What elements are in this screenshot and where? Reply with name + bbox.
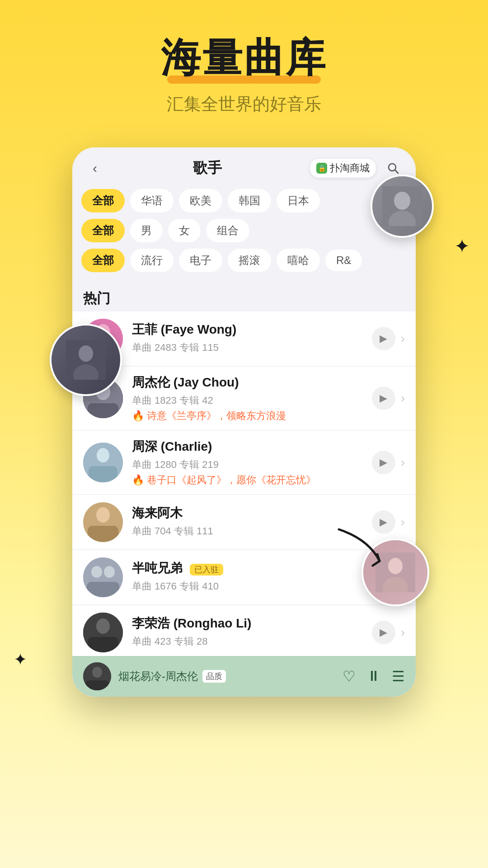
artist-actions-jay-chou: ▶ › [372,387,405,410]
artist-item-jay-chou[interactable]: 周杰伦 (Jay Chou) 单曲 1823 专辑 42 🔥诗意《兰亭序》，领略… [72,367,416,430]
artist-info-li-ronghao: 李荣浩 (Ronghao Li) 单曲 423 专辑 28 [132,615,372,650]
pause-button[interactable]: ⏸ [366,668,381,684]
artist-info-faye-wong: 王菲 (Faye Wong) 单曲 2483 专辑 115 [132,321,372,356]
svg-point-26 [104,566,115,578]
float-artist-1 [371,175,434,238]
filter-region-all[interactable]: 全部 [81,189,125,212]
svg-point-22 [96,507,110,523]
playlist-button[interactable]: ☰ [392,668,405,685]
artist-item-li-ronghao[interactable]: 李荣浩 (Ronghao Li) 单曲 423 专辑 28 ▶ › [72,605,416,660]
filter-genre-hiphop[interactable]: 嘻哈 [277,249,320,272]
store-label: 扑淘商城 [330,161,370,175]
artist-actions-faye-wong: ▶ › [372,327,405,350]
filter-gender-female[interactable]: 女 [168,219,201,242]
svg-point-32 [92,667,102,678]
filter-gender-male[interactable]: 男 [130,219,163,242]
genre-filter-row: 全部 流行 电子 摇滚 嘻哈 R& [81,249,407,272]
artist-meta-charlie: 单曲 1280 专辑 219 [132,458,372,472]
player-title: 烟花易冷-周杰伦 [118,669,198,684]
entered-badge: 已入驻 [190,564,223,576]
arrow-decoration [334,525,389,570]
chevron-li-ronghao[interactable]: › [401,625,405,640]
phone-mockup: ‹ 歌手 🔒 扑淘商城 全部 华语 欧美 [72,147,416,697]
player-controls: ♡ ⏸ ☰ [343,668,405,685]
svg-rect-23 [88,526,118,542]
filter-genre-pop[interactable]: 流行 [130,249,174,272]
artist-info-jay-chou: 周杰伦 (Jay Chou) 单曲 1823 专辑 42 🔥诗意《兰亭序》，领略… [132,374,372,423]
section-title: 热门 [72,282,416,311]
artist-desc-charlie: 🔥巷子口《起风了》，愿你《花开忘忧》 [132,473,372,487]
artist-item-faye-wong[interactable]: 王菲 (Faye Wong) 单曲 2483 专辑 115 ▶ › [72,311,416,366]
header-right: 🔒 扑淘商城 [310,158,403,178]
bottom-player[interactable]: 烟花易冷-周杰伦 品质 ♡ ⏸ ☰ [72,656,416,697]
svg-rect-33 [85,680,109,690]
filter-region-korean[interactable]: 韩国 [228,189,271,212]
like-button[interactable]: ♡ [343,668,356,685]
svg-point-1 [394,192,410,210]
filter-genre-rock[interactable]: 摇滚 [228,249,271,272]
player-avatar [83,662,111,690]
artist-meta-bantun: 单曲 1676 专辑 410 [132,580,372,593]
chevron-faye-wong[interactable]: › [401,331,405,346]
player-quality-badge: 品质 [202,670,226,683]
artist-name-jay-chou: 周杰伦 (Jay Chou) [132,374,372,391]
region-filter-row: 全部 华语 欧美 韩国 日本 [81,189,407,212]
back-button[interactable]: ‹ [85,158,105,178]
artist-actions-charlie: ▶ › [372,451,405,474]
filter-gender-group[interactable]: 组合 [206,219,249,242]
star-decoration-2: ✦ [14,650,27,669]
chevron-charlie[interactable]: › [401,455,405,470]
artist-name-faye-wong: 王菲 (Faye Wong) [132,321,372,338]
avatar-charlie [83,443,123,482]
page-title: 歌手 [193,158,222,178]
filter-section: 全部 华语 欧美 韩国 日本 全部 男 女 组合 全部 流行 电子 摇滚 嘻哈 … [72,185,416,282]
play-button-charlie[interactable]: ▶ [372,451,395,474]
hero-subtitle: 汇集全世界的好音乐 [0,93,488,116]
hero-section: 海量曲库 汇集全世界的好音乐 [0,0,488,134]
float-artist-2 [50,324,122,396]
svg-point-25 [91,566,102,578]
svg-rect-30 [88,637,118,652]
artist-desc-jay-chou: 🔥诗意《兰亭序》，领略东方浪漫 [132,409,372,423]
artist-name-haila: 海来阿木 [132,505,372,522]
artist-name-charlie: 周深 (Charlie) [132,438,372,455]
avatar-haila [83,502,123,542]
chevron-haila[interactable]: › [401,515,405,529]
svg-line-10 [395,170,398,173]
svg-rect-27 [87,582,119,597]
filter-genre-randb[interactable]: R& [325,250,362,271]
avatar-li-ronghao [83,613,123,652]
store-icon: 🔒 [316,163,327,174]
filter-region-chinese[interactable]: 华语 [130,189,174,212]
artist-item-charlie[interactable]: 周深 (Charlie) 单曲 1280 专辑 219 🔥巷子口《起风了》，愿你… [72,431,416,494]
star-decoration-1: ✦ [454,235,470,257]
chevron-jay-chou[interactable]: › [401,391,405,406]
filter-genre-electronic[interactable]: 电子 [179,249,222,272]
svg-point-7 [388,558,403,574]
avatar-bantun [83,557,123,597]
artist-meta-li-ronghao: 单曲 423 专辑 28 [132,635,372,648]
filter-region-japanese[interactable]: 日本 [277,189,320,212]
play-button-li-ronghao[interactable]: ▶ [372,621,395,644]
play-button-jay-chou[interactable]: ▶ [372,387,395,410]
filter-region-western[interactable]: 欧美 [179,189,222,212]
player-info: 烟花易冷-周杰伦 品质 [118,669,343,684]
artist-name-li-ronghao: 李荣浩 (Ronghao Li) [132,615,372,632]
store-button[interactable]: 🔒 扑淘商城 [310,159,376,178]
artist-actions-li-ronghao: ▶ › [372,621,405,644]
filter-genre-all[interactable]: 全部 [81,249,125,272]
artist-meta-jay-chou: 单曲 1823 专辑 42 [132,394,372,407]
app-header: ‹ 歌手 🔒 扑淘商城 [72,147,416,185]
artist-meta-faye-wong: 单曲 2483 专辑 115 [132,341,372,354]
gender-filter-row: 全部 男 女 组合 [81,219,407,242]
artist-info-charlie: 周深 (Charlie) 单曲 1280 专辑 219 🔥巷子口《起风了》，愿你… [132,438,372,487]
hero-title: 海量曲库 [161,36,327,80]
svg-rect-20 [89,466,117,482]
phone-wrapper: ‹ 歌手 🔒 扑淘商城 全部 华语 欧美 [72,147,416,697]
filter-gender-all[interactable]: 全部 [81,219,125,242]
artist-list: 王菲 (Faye Wong) 单曲 2483 专辑 115 ▶ › [72,311,416,697]
svg-point-19 [97,448,109,462]
play-button-faye-wong[interactable]: ▶ [372,327,395,350]
svg-rect-17 [88,403,118,418]
svg-point-29 [96,618,110,634]
